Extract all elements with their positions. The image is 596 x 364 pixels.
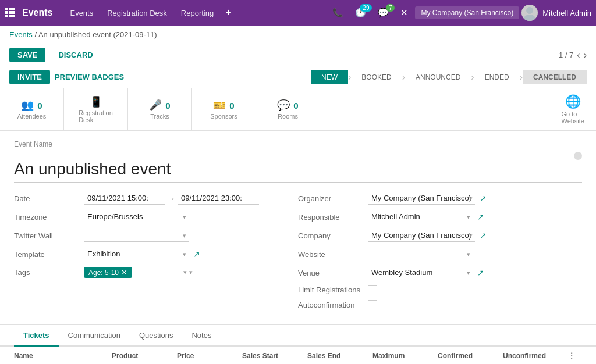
organizer-label: Organizer — [298, 194, 368, 203]
app-title: Events — [22, 8, 52, 18]
attendees-label: Attendees — [17, 113, 47, 120]
date-row: Date → — [14, 192, 279, 205]
responsible-select[interactable]: Mitchell Admin — [368, 210, 473, 223]
nav-reporting[interactable]: Reporting — [175, 6, 219, 20]
close-icon[interactable]: ✕ — [396, 8, 413, 18]
attendees-icon: 👥 — [21, 99, 34, 112]
breadcrumb-link[interactable]: Events — [9, 30, 33, 39]
template-external-link[interactable]: ↗ — [193, 249, 200, 259]
autoconfirmation-value — [368, 300, 563, 309]
tags-value: Age: 5-10 ✕ ▾ — [84, 266, 279, 279]
published-toggle[interactable] — [574, 152, 582, 160]
nav-registration-desk[interactable]: Registration Desk — [101, 6, 173, 20]
step-new[interactable]: NEW — [311, 70, 348, 84]
user-name: Mitchell Admin — [542, 9, 591, 17]
svg-rect-5 — [12, 11, 15, 14]
venue-select[interactable]: Wembley Stadium — [368, 266, 473, 279]
tab-communication[interactable]: Communication — [59, 325, 130, 347]
timezone-label: Timezone — [14, 213, 84, 222]
table-header: Name Product Price Sales Start Sales End… — [0, 347, 596, 364]
tracks-icon: 🎤 — [149, 99, 162, 112]
tab-questions[interactable]: Questions — [130, 325, 183, 347]
company-select[interactable]: My Company (San Francisco) — [368, 229, 475, 242]
th-sales-start: Sales Start — [242, 352, 307, 360]
grid-menu-icon[interactable] — [5, 7, 15, 19]
stat-tracks[interactable]: 🎤 0 Tracks — [128, 88, 192, 130]
add-menu-button[interactable]: + — [222, 7, 235, 19]
stat-sponsors[interactable]: 🎫 0 Sponsors — [192, 88, 256, 130]
venue-external-link[interactable]: ↗ — [477, 268, 484, 277]
template-select[interactable]: Exhibition — [84, 248, 189, 260]
sponsors-label: Sponsors — [210, 113, 237, 120]
stats-bar: 👥 0 Attendees 📱 RegistrationDesk 🎤 0 Tra… — [0, 88, 596, 131]
preview-badges-button[interactable]: PREVIEW BADGES — [55, 70, 124, 84]
discard-button[interactable]: DISCARD — [50, 48, 101, 62]
invite-button[interactable]: INVITE — [9, 70, 50, 84]
message-badge: 7 — [386, 4, 395, 12]
go-to-website-button[interactable]: 🌐 Go toWebsite — [549, 88, 596, 130]
company-selector[interactable]: My Company (San Francisco) — [415, 6, 519, 19]
activity-icon[interactable]: 🕐29 — [350, 8, 371, 18]
prev-page-button[interactable]: ‹ — [577, 50, 580, 60]
workflow-steps: NEW › BOOKED › ANNOUNCED › ENDED › CANCE… — [311, 70, 587, 84]
rooms-label: Rooms — [278, 113, 298, 120]
pagination: 1 / 7 ‹ › — [559, 50, 587, 60]
company-select-wrap: My Company (San Francisco) — [368, 229, 475, 242]
pagination-text: 1 / 7 — [559, 51, 573, 59]
svg-rect-8 — [12, 15, 15, 17]
tab-tickets[interactable]: Tickets — [14, 325, 59, 347]
end-date-input[interactable] — [178, 192, 259, 205]
website-select[interactable] — [368, 248, 473, 260]
step-announced[interactable]: ANNOUNCED — [405, 70, 471, 84]
th-maximum: Maximum — [372, 352, 438, 360]
save-button[interactable]: SAVE — [9, 48, 45, 62]
stat-registration-desk[interactable]: 📱 RegistrationDesk — [64, 88, 128, 130]
nav-events[interactable]: Events — [64, 6, 99, 20]
tab-notes[interactable]: Notes — [182, 325, 221, 347]
step-booked[interactable]: BOOKED — [351, 70, 402, 84]
user-menu[interactable]: Mitchell Admin — [522, 5, 591, 21]
next-page-button[interactable]: › — [584, 50, 587, 60]
svg-rect-3 — [5, 11, 8, 14]
company-external-link[interactable]: ↗ — [480, 231, 487, 240]
step-cancelled[interactable]: CANCELLED — [523, 70, 587, 84]
website-icon: 🌐 — [565, 94, 581, 109]
twitter-wall-select[interactable] — [84, 229, 189, 242]
rooms-icon: 💬 — [277, 99, 290, 112]
main-content: 👥 0 Attendees 📱 RegistrationDesk 🎤 0 Tra… — [0, 88, 596, 364]
th-unconfirmed: Unconfirmed — [503, 352, 568, 360]
date-value: → — [84, 192, 279, 205]
responsible-value: Mitchell Admin ↗ — [368, 210, 563, 223]
timezone-select[interactable]: Europe/Brussels — [84, 210, 189, 223]
organizer-select[interactable]: My Company (San Francisco) — [368, 192, 475, 205]
date-arrow: → — [168, 194, 175, 203]
limit-registrations-label: Limit Registrations — [298, 286, 368, 294]
svg-rect-0 — [5, 8, 8, 10]
limit-registrations-checkbox[interactable] — [368, 285, 377, 294]
th-confirmed: Confirmed — [438, 352, 503, 360]
messages-icon[interactable]: 💬7 — [373, 8, 393, 18]
responsible-row: Responsible Mitchell Admin ↗ — [298, 210, 563, 223]
template-select-wrap: Exhibition — [84, 248, 189, 260]
tag-age-5-10: Age: 5-10 ✕ — [84, 267, 132, 278]
tags-input[interactable] — [134, 266, 181, 279]
step-ended[interactable]: ENDED — [474, 70, 520, 84]
form-right-column: Organizer My Company (San Francisco) ↗ R… — [298, 192, 582, 315]
sponsors-count: 0 — [229, 101, 234, 110]
tabs-bar: Tickets Communication Questions Notes — [0, 325, 596, 347]
event-title-input[interactable] — [14, 160, 582, 183]
autoconfirmation-checkbox[interactable] — [368, 300, 377, 309]
organizer-external-link[interactable]: ↗ — [480, 194, 487, 203]
phone-icon[interactable]: 📞 — [328, 8, 348, 18]
organizer-select-wrap: My Company (San Francisco) — [368, 192, 475, 205]
responsible-external-link[interactable]: ↗ — [477, 212, 484, 222]
stat-attendees[interactable]: 👥 0 Attendees — [0, 88, 64, 130]
remove-tag-button[interactable]: ✕ — [121, 268, 127, 277]
timezone-select-wrap: Europe/Brussels — [84, 210, 189, 223]
limit-registrations-value — [368, 285, 563, 294]
start-date-input[interactable] — [84, 192, 165, 205]
th-sales-end: Sales End — [307, 352, 372, 360]
venue-value: Wembley Stadium ↗ — [368, 266, 563, 279]
stat-rooms[interactable]: 💬 0 Rooms — [256, 88, 320, 130]
th-price: Price — [177, 352, 242, 360]
